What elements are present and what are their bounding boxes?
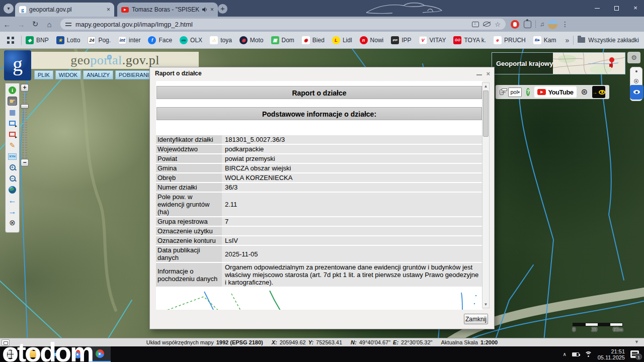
zoom-out-tool-button[interactable]: − — [8, 174, 17, 183]
install-app-icon[interactable] — [472, 22, 479, 27]
audio-playing-icon[interactable] — [202, 7, 207, 12]
cancel-tool-button[interactable]: ⊗ — [8, 218, 17, 227]
bookmark-item[interactable]: olxOLX — [180, 36, 202, 44]
notification-center-icon[interactable]: 1 — [630, 350, 639, 358]
bookmark-item[interactable]: B▸Kam — [533, 36, 556, 44]
previous-view-button[interactable]: ← — [8, 196, 17, 205]
dialog-titlebar[interactable]: Raport o działce × — [150, 67, 494, 79]
wifi-icon[interactable] — [585, 351, 592, 357]
menu-plik[interactable]: PLIK — [34, 70, 53, 79]
select-by-rectangle-button[interactable] — [8, 119, 17, 128]
help-button[interactable]: ? — [526, 88, 530, 96]
row-label: Numer działki — [156, 183, 222, 192]
bookmark-item[interactable]: ▣Dom — [271, 36, 294, 44]
statusbar-collapse-icon[interactable]: ▼ — [634, 339, 639, 344]
overview-map-widget[interactable]: Geoportal krajowy — [492, 52, 625, 74]
high-contrast-button[interactable]: → — [592, 86, 605, 98]
bookmark-item[interactable]: ★Lotto — [56, 36, 80, 44]
bookmark-item[interactable]: VVITAY — [419, 36, 446, 44]
dialog-close-icon[interactable]: × — [486, 70, 490, 77]
bookmark-item[interactable]: ◉Moto — [239, 36, 264, 44]
all-bookmarks-button[interactable]: Wszystkie zakładki — [578, 37, 639, 44]
deselect-rectangle-button[interactable] — [8, 130, 17, 139]
bookmark-item[interactable]: nNowi — [360, 36, 384, 44]
new-tab-button[interactable]: + — [218, 4, 227, 14]
parcel-report-dialog[interactable]: Raport o działce × Raport o działce Pods… — [149, 67, 495, 329]
bookmark-item[interactable]: ◉Bied — [302, 36, 325, 44]
forward-button[interactable]: → — [14, 20, 28, 29]
tab-geoportal[interactable]: g geoportal.gov.pl × — [15, 3, 114, 17]
bookmark-favicon: L — [332, 36, 340, 44]
extensions-icon[interactable] — [524, 21, 531, 28]
row-label: Data publikacji danych — [156, 246, 222, 262]
bookmark-favicon: V — [419, 36, 427, 44]
bookmark-item[interactable]: GOTOYA k. — [453, 36, 486, 44]
url-text[interactable]: mapy.geoportal.gov.pl/imap/Imgp_2.html — [75, 21, 468, 28]
zoom-out-button[interactable]: − — [21, 159, 29, 166]
site-settings-icon[interactable] — [65, 22, 71, 27]
overview-minimap-graphics — [553, 53, 625, 74]
scrollbar-thumb[interactable] — [483, 90, 489, 137]
bookmarks-overflow-chevron[interactable]: » — [566, 36, 570, 44]
bookmark-favicon: ◆ — [26, 36, 34, 44]
row-label: Grupa rejestrowa — [156, 217, 222, 226]
reading-mode-icon[interactable] — [483, 22, 491, 27]
tab-youtube[interactable]: ▶ Tomasz Boras - "SPISEK PRZ × — [117, 3, 218, 17]
browser-menu-icon[interactable]: ⋮ — [561, 20, 569, 28]
tray-chevron-icon[interactable]: ∧ — [562, 351, 566, 357]
tab-close-icon[interactable]: × — [107, 6, 110, 13]
scroll-up-icon[interactable]: ▲ — [482, 83, 489, 89]
zoom-slider-track[interactable] — [22, 93, 27, 158]
menu-analizy[interactable]: ANALIZY — [83, 70, 113, 79]
zamknij-button[interactable]: Zamknij — [464, 314, 488, 324]
bookmark-label: IPP — [401, 37, 411, 44]
back-button[interactable]: ← — [0, 20, 14, 29]
media-control-icon[interactable]: ♫ — [540, 21, 544, 28]
youtube-channel-button[interactable]: ▶ YouTube — [534, 86, 576, 98]
bookmark-item[interactable]: LLidl — [332, 36, 352, 44]
dialog-minimize-icon[interactable] — [476, 74, 482, 75]
bookmark-item[interactable]: ∴toya — [210, 36, 232, 44]
window-minimize-button[interactable] — [588, 0, 607, 16]
battery-icon[interactable] — [572, 352, 579, 356]
bookmark-item[interactable]: intinter — [118, 36, 140, 44]
bookmark-item[interactable]: fFace — [148, 36, 172, 44]
zoom-in-button[interactable]: + — [21, 84, 29, 92]
next-view-button[interactable]: → — [8, 207, 17, 216]
bookmark-star-icon[interactable]: ☆ — [495, 21, 501, 28]
tab-search-icon[interactable]: ▾ — [4, 4, 14, 14]
overview-minimap[interactable] — [553, 53, 625, 74]
window-maximize-button[interactable] — [607, 0, 626, 16]
visibility-toggle-button[interactable] — [630, 85, 643, 99]
taskbar-clock[interactable]: 21:51 05.11.2025 — [598, 348, 625, 360]
overview-settings-button[interactable]: ⚙ — [627, 52, 640, 63]
zoom-slider-handle[interactable] — [21, 104, 29, 109]
attribute-table-button[interactable]: ▦ — [8, 108, 17, 117]
print-icon[interactable] — [500, 89, 504, 95]
draw-tool-button[interactable]: ✎ — [8, 141, 17, 150]
table-row: Informacje o pochodzeniu danychOrganem o… — [156, 263, 482, 287]
home-button[interactable]: ⌂ — [42, 20, 56, 29]
reload-button[interactable]: ↻ — [28, 20, 42, 29]
apps-grid-icon[interactable] — [7, 37, 14, 44]
scroll-down-icon[interactable]: ▼ — [482, 301, 489, 308]
language-select[interactable]: pol ▾ — [508, 87, 522, 97]
adblock-extension-icon[interactable] — [511, 20, 519, 29]
coordinates-xyh-button[interactable]: XYH — [8, 152, 17, 161]
bookmark-item[interactable]: ePRUCH — [494, 36, 526, 44]
geoportal-logo[interactable]: g — [4, 50, 31, 80]
pan-tool-button-selected[interactable]: ☛ — [8, 97, 17, 106]
identify-tool-button[interactable]: i — [8, 85, 17, 95]
bookmark-item[interactable]: IPPIPP — [391, 36, 411, 44]
menu-widok[interactable]: WIDOK — [55, 70, 81, 79]
zoom-in-tool-button[interactable]: + — [8, 163, 17, 172]
dialog-scrollbar[interactable]: ▲ ▼ — [482, 82, 490, 308]
address-bar[interactable]: mapy.geoportal.gov.pl/imap/Imgp_2.html ☆ — [60, 19, 506, 30]
bookmark-item[interactable]: 24Pog. — [88, 36, 111, 44]
full-extent-button[interactable] — [8, 185, 17, 194]
window-close-button[interactable]: × — [626, 0, 644, 16]
bookmark-item[interactable]: ◆BNP — [26, 36, 49, 44]
tab-close-icon[interactable]: × — [210, 6, 214, 13]
profile-avatar[interactable] — [548, 20, 557, 29]
accessibility-wheel-icon[interactable]: ⊛ — [581, 88, 588, 96]
